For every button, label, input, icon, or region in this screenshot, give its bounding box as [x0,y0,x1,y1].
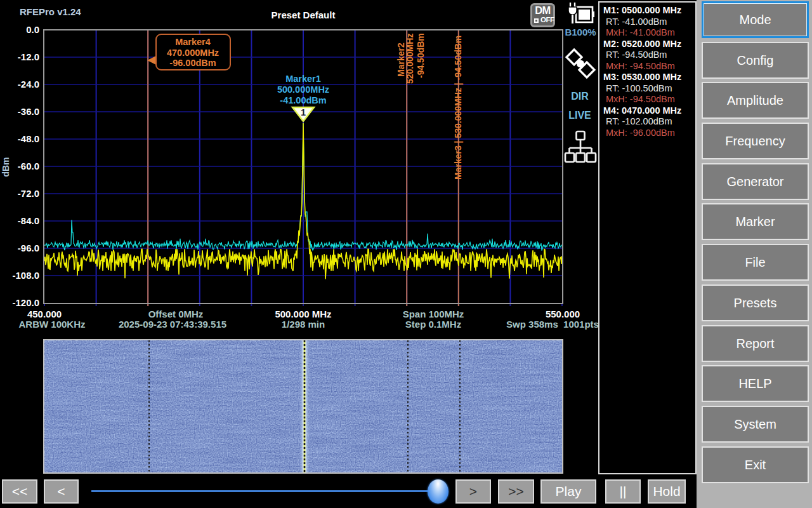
svg-text:470.000MHz: 470.000MHz [167,48,219,58]
svg-text:500.000MHz: 500.000MHz [277,84,329,95]
svg-text:Marker1: Marker1 [285,74,321,84]
svg-text:-94.50dBm: -94.50dBm [416,33,426,78]
svg-text:Marker4: Marker4 [175,37,211,47]
svg-text:Marker3 | 530.000MHz | -94.50d: Marker3 | 530.000MHz | -94.50dBm [453,36,463,180]
svg-text:520.000MHz: 520.000MHz [405,34,415,84]
svg-text:1: 1 [301,107,306,117]
svg-text:-96.00dBm: -96.00dBm [169,58,216,68]
svg-text:-41.00dBm: -41.00dBm [280,95,326,105]
